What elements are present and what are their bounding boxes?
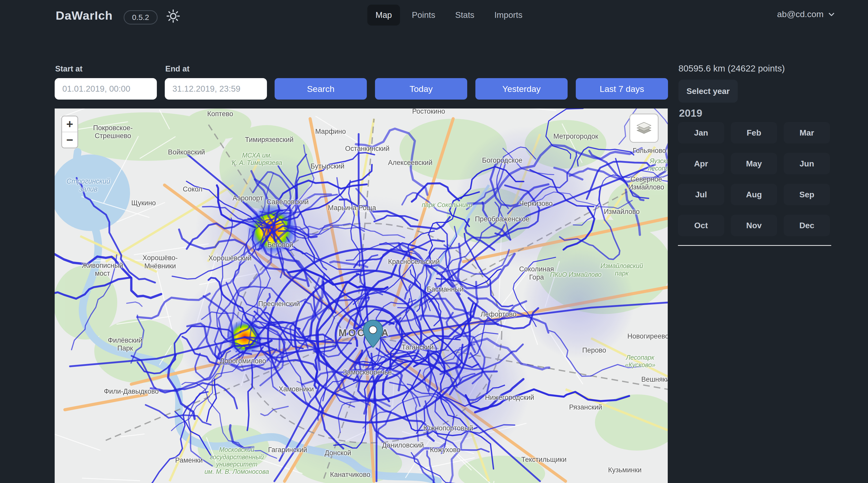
year-heading: 2019 [679,107,702,119]
month-button-apr[interactable]: Apr [678,153,724,174]
end-at-label: End at [165,64,190,73]
zoom-in-button[interactable]: + [62,117,78,132]
start-at-input[interactable] [55,78,157,100]
layers-control-button[interactable] [629,114,658,143]
app-root: DaWarIch 0.5.2 Map Points Stats Imports … [0,0,868,483]
month-button-jul[interactable]: Jul [678,184,724,205]
tab-map[interactable]: Map [367,5,400,26]
month-grid: JanFebMarAprMayJunJulAugSepOctNovDec [678,122,830,236]
start-at-label: Start at [55,64,83,73]
theme-toggle-button[interactable] [165,8,181,24]
month-button-feb[interactable]: Feb [731,122,777,143]
distance-stats: 80595.6 km (24622 points) [678,63,785,73]
main-nav: Map Points Stats Imports [367,5,531,26]
month-button-may[interactable]: May [731,153,777,174]
version-badge: 0.5.2 [124,10,158,25]
zoom-out-button[interactable]: − [62,132,78,148]
yesterday-button[interactable]: Yesterday [475,78,567,100]
sidebar-divider [678,245,831,246]
app-logo: DaWarIch [56,8,113,23]
tab-stats[interactable]: Stats [447,5,483,26]
tab-imports[interactable]: Imports [486,5,531,26]
tab-points[interactable]: Points [404,5,443,26]
search-button[interactable]: Search [275,78,367,100]
month-button-mar[interactable]: Mar [784,122,830,143]
account-email: ab@cd.com [777,9,824,19]
month-button-oct[interactable]: Oct [678,215,724,236]
month-button-aug[interactable]: Aug [731,184,777,205]
navbar: DaWarIch 0.5.2 Map Points Stats Imports … [0,0,868,31]
select-year-button[interactable]: Select year [678,79,738,103]
end-at-input[interactable] [165,78,267,100]
month-button-dec[interactable]: Dec [784,215,830,236]
month-button-jun[interactable]: Jun [784,153,830,174]
layers-icon [634,119,654,138]
map-tiles [55,108,668,483]
account-dropdown[interactable]: ab@cd.com [777,9,835,19]
map-zoom-control: + − [61,116,78,148]
month-button-nov[interactable]: Nov [731,215,777,236]
month-button-jan[interactable]: Jan [678,122,724,143]
today-button[interactable]: Today [375,78,467,100]
sun-icon [165,8,181,24]
month-button-sep[interactable]: Sep [784,184,830,205]
chevron-down-icon [828,10,835,18]
last-7-days-button[interactable]: Last 7 days [576,78,668,100]
map-canvas[interactable]: КоптевоПокровское- СтрешневоТимирязевски… [55,108,668,483]
